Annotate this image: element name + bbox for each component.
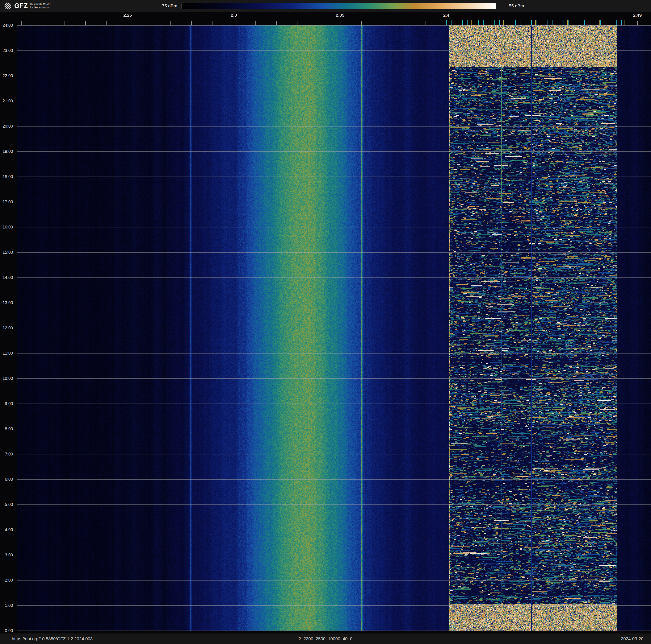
time-tick-label: 0:00	[0, 628, 13, 633]
spectrogram-canvas	[17, 19, 651, 631]
time-tick-label: 6:00	[0, 477, 13, 481]
frequency-axis: 2.252.32.352.42.49	[0, 12, 651, 18]
time-tick-label: 15:00	[0, 250, 13, 255]
time-tick-label: 20:00	[0, 124, 13, 128]
header-bar: GFZ Helmholtz Centre for Geosciences -75…	[0, 0, 651, 12]
dataset-id-text: 2_2200_2500_10000_40_0	[299, 634, 352, 644]
gfz-acronym: GFZ	[14, 2, 28, 10]
time-tick-label: 23:00	[0, 48, 13, 53]
time-tick-label: 10:00	[0, 376, 13, 381]
time-tick-label: 19:00	[0, 149, 13, 154]
time-axis: 24:0023:0022:0021:0020:0019:0018:0017:00…	[0, 0, 14, 644]
date-text: 2024-03-20	[621, 634, 644, 644]
time-tick-label: 9:00	[0, 401, 13, 406]
time-tick-label: 7:00	[0, 452, 13, 456]
freq-tick-label: 2.35	[336, 12, 344, 18]
time-tick-label: 3:00	[0, 553, 13, 557]
gfz-subtitle: Helmholtz Centre for Geosciences	[30, 2, 51, 9]
time-tick-label: 11:00	[0, 351, 13, 355]
footer-bar: https://doi.org/10.5880/GFZ.1.2.2024.003…	[0, 634, 651, 644]
time-tick-label: 24:00	[0, 23, 13, 28]
time-tick-label: 2:00	[0, 578, 13, 582]
colorbar-min-label: -75 dBm	[146, 3, 177, 9]
time-tick-label: 22:00	[0, 74, 13, 78]
colorbar	[181, 3, 496, 9]
time-tick-label: 4:00	[0, 527, 13, 532]
freq-tick-label: 2.49	[633, 12, 642, 18]
spectrogram-page: { "header": { "logo": { "acronym": "GFZ"…	[0, 0, 651, 644]
time-tick-label: 21:00	[0, 98, 13, 103]
time-tick-label: 5:00	[0, 502, 13, 507]
time-tick-label: 18:00	[0, 174, 13, 179]
time-tick-label: 1:00	[0, 603, 13, 608]
time-tick-label: 14:00	[0, 275, 13, 280]
time-tick-label: 16:00	[0, 225, 13, 229]
colorbar-max-label: -55 dBm	[507, 3, 524, 9]
time-tick-label: 17:00	[0, 200, 13, 204]
time-tick-label: 12:00	[0, 326, 13, 330]
freq-tick-label: 2.25	[123, 12, 132, 18]
time-tick-label: 13:00	[0, 300, 13, 305]
gfz-subtitle-line1: Helmholtz Centre	[30, 2, 51, 6]
gfz-subtitle-line2: for Geosciences	[30, 6, 50, 9]
doi-text: https://doi.org/10.5880/GFZ.1.2.2024.003	[12, 634, 93, 644]
time-tick-label: 8:00	[0, 427, 13, 431]
freq-tick-label: 2.3	[231, 12, 237, 18]
freq-tick-label: 2.4	[443, 12, 449, 18]
